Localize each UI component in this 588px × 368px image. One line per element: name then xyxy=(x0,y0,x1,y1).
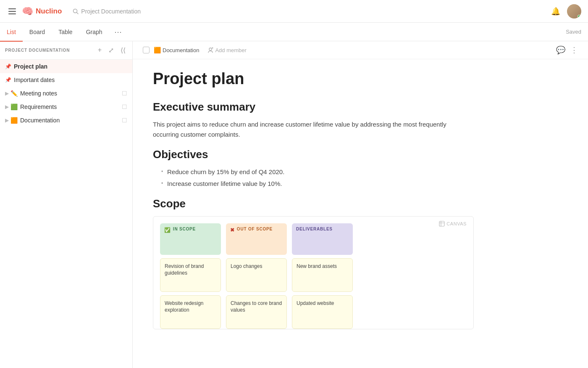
tab-graph[interactable]: Graph xyxy=(79,23,109,42)
emoji-icon-meeting-notes: ✏️ xyxy=(10,90,18,97)
out-of-scope-icon: ✖ xyxy=(230,227,235,233)
objective-item-2: Increase customer lifetime value by 10%. xyxy=(161,179,474,189)
search-area[interactable]: Project Documentation xyxy=(73,8,141,15)
doc-title-breadcrumb: Project Documentation xyxy=(81,8,141,15)
menu-icon[interactable] xyxy=(7,7,18,16)
doc-toolbar-right: 💬 ⋮ xyxy=(556,45,578,55)
sidebar-item-meeting-notes[interactable]: ▶ ✏️ Meeting notes ☐ xyxy=(0,87,132,100)
badge-documentation: ☐ xyxy=(122,117,127,124)
canvas-col-out-of-scope: ✖ OUT OF SCOPE Logo changes Changes to c… xyxy=(226,223,287,329)
sidebar-header-title: PROJECT DOCUMENTATION xyxy=(5,48,96,53)
svg-point-2 xyxy=(209,48,212,50)
pin-icon-important-dates: 📌 xyxy=(5,77,11,83)
col-header-out-of-scope: ✖ OUT OF SCOPE xyxy=(226,223,287,255)
canvas-icon xyxy=(439,221,445,227)
svg-rect-5 xyxy=(439,221,444,226)
add-member-label: Add member xyxy=(215,47,246,53)
doc-toolbar: 🟧 Documentation Add member 💬 ⋮ xyxy=(133,41,588,59)
canvas-container: CANVAS ✅ IN SCOPE Revision of brand guid… xyxy=(153,216,474,329)
avatar[interactable] xyxy=(567,4,581,19)
doc-breadcrumb: 🟧 Documentation xyxy=(154,47,199,53)
sidebar-item-project-plan[interactable]: 📌 Project plan xyxy=(0,60,132,73)
sidebar-header-actions: + ⤢ ⟨⟨ xyxy=(96,45,127,55)
expand-icon-requirements[interactable]: ▶ xyxy=(5,104,9,110)
sidebar-items: 📌 Project plan 📌 Important dates ▶ ✏️ Me… xyxy=(0,60,132,368)
svg-line-1 xyxy=(77,12,79,14)
canvas-card-updated-website[interactable]: Updated website xyxy=(292,295,353,329)
emoji-icon-requirements: 🟩 xyxy=(10,103,18,110)
canvas-card-new-brand-assets[interactable]: New brand assets xyxy=(292,258,353,292)
canvas-card-website-redesign[interactable]: Website redesign exploration xyxy=(160,295,221,329)
in-scope-label: IN SCOPE xyxy=(173,227,196,231)
tabs-more-icon[interactable]: ⋯ xyxy=(111,27,125,37)
badge-meeting-notes: ☐ xyxy=(122,90,127,97)
exec-summary-heading: Executive summary xyxy=(153,101,474,114)
pin-icon-project-plan: 📌 xyxy=(5,64,11,69)
tabs-bar: List Board Table Graph ⋯ Saved xyxy=(0,23,588,41)
add-member-btn[interactable]: Add member xyxy=(207,47,246,53)
notifications-icon[interactable]: 🔔 xyxy=(551,7,560,16)
doc-title: Project plan xyxy=(153,69,474,89)
scope-heading: Scope xyxy=(153,197,474,210)
canvas-col-deliverables: DELIVERABLES New brand assets Updated we… xyxy=(292,223,353,329)
sidebar: PROJECT DOCUMENTATION + ⤢ ⟨⟨ 📌 Project p… xyxy=(0,41,133,368)
sidebar-add-btn[interactable]: + xyxy=(96,45,103,55)
comment-icon[interactable]: 💬 xyxy=(556,45,565,55)
topbar-right: 🔔 xyxy=(551,4,581,19)
doc-area: 🟧 Documentation Add member 💬 ⋮ Project p… xyxy=(133,41,588,368)
canvas-card-brand-values[interactable]: Changes to core brand values xyxy=(226,295,287,329)
exec-summary-text: This project aims to reduce churn and in… xyxy=(153,119,474,140)
canvas-board: ✅ IN SCOPE Revision of brand guidelines … xyxy=(160,223,467,329)
doc-checkbox[interactable] xyxy=(143,47,150,53)
canvas-label: CANVAS xyxy=(439,221,467,227)
topbar-left: 🧠 Nuclino Project Documentation xyxy=(7,6,141,17)
canvas-card-revision[interactable]: Revision of brand guidelines xyxy=(160,258,221,292)
out-of-scope-label: OUT OF SCOPE xyxy=(237,227,273,231)
doc-more-icon[interactable]: ⋮ xyxy=(570,45,578,55)
saved-label: Saved xyxy=(566,29,588,35)
expand-icon-meeting-notes[interactable]: ▶ xyxy=(5,90,9,96)
deliverables-label: DELIVERABLES xyxy=(296,227,333,231)
sidebar-item-documentation[interactable]: ▶ 🟧 Documentation ☐ xyxy=(0,114,132,127)
search-icon xyxy=(73,8,79,14)
canvas-card-logo-changes[interactable]: Logo changes xyxy=(226,258,287,292)
logo-icon: 🧠 xyxy=(22,6,33,17)
main-area: PROJECT DOCUMENTATION + ⤢ ⟨⟨ 📌 Project p… xyxy=(0,41,588,368)
emoji-icon-documentation: 🟧 xyxy=(10,117,18,124)
objective-item-1: Reduce churn by 15% by end of Q4 2020. xyxy=(161,167,474,177)
col-header-in-scope: ✅ IN SCOPE xyxy=(160,223,221,255)
online-indicator xyxy=(578,15,581,18)
logo[interactable]: 🧠 Nuclino xyxy=(22,6,62,17)
tab-list[interactable]: List xyxy=(0,23,23,42)
breadcrumb-emoji: 🟧 xyxy=(154,47,161,53)
sidebar-collapse-btn[interactable]: ⟨⟨ xyxy=(119,45,127,55)
app-name: Nuclino xyxy=(36,7,62,16)
in-scope-icon: ✅ xyxy=(164,227,171,233)
sidebar-expand-btn[interactable]: ⤢ xyxy=(107,45,116,55)
sidebar-header: PROJECT DOCUMENTATION + ⤢ ⟨⟨ xyxy=(0,41,132,60)
add-member-icon xyxy=(207,47,213,53)
sidebar-item-important-dates[interactable]: 📌 Important dates xyxy=(0,73,132,87)
col-header-deliverables: DELIVERABLES xyxy=(292,223,353,255)
canvas-col-in-scope: ✅ IN SCOPE Revision of brand guidelines … xyxy=(160,223,221,329)
breadcrumb-text: Documentation xyxy=(163,47,199,53)
topbar: 🧠 Nuclino Project Documentation 🔔 xyxy=(0,0,588,23)
objectives-list: Reduce churn by 15% by end of Q4 2020. I… xyxy=(161,167,474,189)
expand-icon-documentation[interactable]: ▶ xyxy=(5,117,9,123)
doc-content: Project plan Executive summary This proj… xyxy=(133,59,494,346)
sidebar-item-requirements[interactable]: ▶ 🟩 Requirements ☐ xyxy=(0,100,132,114)
badge-requirements: ☐ xyxy=(122,103,127,110)
objectives-heading: Objectives xyxy=(153,148,474,161)
tab-board[interactable]: Board xyxy=(23,23,52,42)
tab-table[interactable]: Table xyxy=(52,23,79,42)
